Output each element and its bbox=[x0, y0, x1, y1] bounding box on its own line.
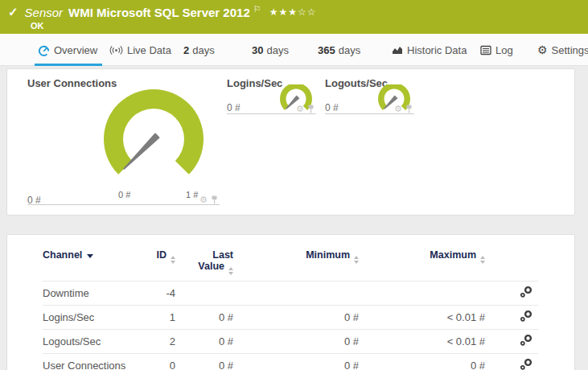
gauge-needle bbox=[124, 134, 158, 169]
sort-arrows-icon bbox=[480, 256, 485, 264]
tab-365-days-label: days bbox=[339, 44, 360, 56]
pin-icon[interactable] bbox=[405, 105, 413, 113]
sort-caret-icon bbox=[87, 254, 93, 258]
tab-overview-label: Overview bbox=[54, 44, 97, 56]
channel-last-value bbox=[175, 282, 233, 306]
tab-historic-data[interactable]: Historic Data bbox=[392, 34, 467, 66]
priority-stars[interactable]: ★★★☆☆ bbox=[269, 6, 317, 18]
sort-arrows-icon bbox=[228, 267, 233, 275]
channel-table-panel: Channel ID LastValue Minimum Maximum Dow… bbox=[6, 234, 575, 370]
sort-arrows-icon bbox=[354, 256, 359, 264]
column-header-last-value[interactable]: LastValue bbox=[175, 246, 233, 282]
channel-maximum: < 0.01 # bbox=[359, 306, 485, 330]
tab-settings[interactable]: ⚙ Settings bbox=[537, 34, 588, 66]
channel-id: 1 bbox=[139, 306, 175, 330]
channel-maximum bbox=[359, 282, 485, 306]
tab-log-label: Log bbox=[495, 44, 513, 56]
gear-icon: ⚙ bbox=[537, 44, 548, 56]
sensor-status-bar: ✓ Sensor WMI Microsoft SQL Server 2012 ⚐… bbox=[0, 0, 588, 34]
channel-settings-cell[interactable] bbox=[485, 330, 538, 354]
widget-gear-icon[interactable]: ⚙ bbox=[394, 105, 402, 113]
tab-30-days-label: days bbox=[266, 44, 288, 56]
gauges-panel: User Connections 0 # 1 # 0 # ⚙ Logins/Se… bbox=[6, 68, 575, 216]
tab-365-days-number: 365 bbox=[318, 44, 335, 56]
channel-name[interactable]: Logins/Sec bbox=[43, 306, 139, 330]
channel-settings-gears-icon[interactable] bbox=[519, 310, 533, 323]
log-list-icon bbox=[480, 45, 491, 56]
channel-settings-gears-icon[interactable] bbox=[519, 334, 533, 347]
column-header-channel[interactable]: Channel bbox=[43, 246, 139, 282]
channel-last-value: 0 # bbox=[175, 306, 233, 330]
broadcast-icon bbox=[109, 45, 123, 56]
sensor-title: WMI Microsoft SQL Server 2012 bbox=[68, 6, 250, 19]
channel-name[interactable]: Logouts/Sec bbox=[43, 330, 139, 354]
column-header-id[interactable]: ID bbox=[139, 246, 175, 282]
tab-overview[interactable]: Overview bbox=[38, 34, 97, 66]
gauge-icon bbox=[38, 44, 50, 56]
status-check-icon: ✓ bbox=[8, 5, 19, 19]
table-row[interactable]: Logouts/Sec 2 0 # 0 # < 0.01 # bbox=[43, 330, 538, 354]
stars-filled[interactable]: ★★★ bbox=[269, 6, 298, 18]
table-row[interactable]: User Connections 0 0 # 0 # 0 # bbox=[43, 354, 538, 370]
column-header-maximum[interactable]: Maximum bbox=[359, 246, 485, 282]
channel-settings-gears-icon[interactable] bbox=[519, 358, 533, 370]
pin-icon[interactable] bbox=[307, 105, 315, 113]
channel-settings-cell[interactable] bbox=[485, 306, 538, 330]
tab-log[interactable]: Log bbox=[480, 34, 513, 66]
channel-id: 0 bbox=[139, 354, 175, 370]
channel-minimum bbox=[233, 282, 359, 306]
tab-2-days[interactable]: 2 days bbox=[183, 34, 215, 66]
widget-gear-icon[interactable]: ⚙ bbox=[296, 105, 304, 113]
tab-365-days[interactable]: 365 days bbox=[318, 34, 360, 66]
channel-settings-cell[interactable] bbox=[485, 282, 538, 306]
flag-icon[interactable]: ⚐ bbox=[253, 4, 261, 14]
column-header-minimum[interactable]: Minimum bbox=[233, 246, 359, 282]
gauge-scale-max: 1 # bbox=[186, 190, 198, 199]
tab-settings-label: Settings bbox=[552, 44, 588, 56]
tab-30-days-number: 30 bbox=[252, 44, 263, 56]
stars-empty[interactable]: ☆☆ bbox=[298, 6, 317, 18]
tab-2-days-number: 2 bbox=[183, 44, 189, 56]
channel-minimum: 0 # bbox=[233, 306, 359, 330]
tab-30-days[interactable]: 30 days bbox=[252, 34, 289, 66]
channel-id: 2 bbox=[139, 330, 175, 354]
channel-last-value: 0 # bbox=[175, 354, 233, 370]
channel-table: Channel ID LastValue Minimum Maximum Dow… bbox=[43, 246, 538, 370]
pin-icon[interactable] bbox=[211, 195, 218, 204]
table-row[interactable]: Logins/Sec 1 0 # 0 # < 0.01 # bbox=[43, 306, 538, 330]
area-chart-icon bbox=[392, 45, 403, 55]
channel-last-value: 0 # bbox=[175, 330, 233, 354]
gauge-title-logins: Logins/Sec bbox=[227, 77, 282, 89]
logouts-value: 0 # bbox=[325, 102, 339, 113]
gauge-scale-min: 0 # bbox=[118, 190, 130, 199]
sort-arrows-icon bbox=[171, 256, 175, 264]
sensor-kind-label: Sensor bbox=[25, 6, 64, 19]
table-row[interactable]: Downtime -4 bbox=[43, 282, 538, 306]
tab-2-days-label: days bbox=[192, 44, 214, 56]
tab-bar: Overview Live Data 2 days 30 days 365 da… bbox=[0, 34, 588, 66]
user-connections-gauge bbox=[102, 88, 207, 186]
channel-maximum: < 0.01 # bbox=[359, 330, 485, 354]
tab-live-data[interactable]: Live Data bbox=[109, 34, 171, 66]
channel-maximum: 0 # bbox=[359, 354, 485, 370]
channel-settings-gears-icon[interactable] bbox=[519, 286, 533, 298]
widget-gear-icon[interactable]: ⚙ bbox=[199, 195, 208, 204]
channel-id: -4 bbox=[139, 282, 175, 306]
channel-minimum: 0 # bbox=[233, 330, 359, 354]
tab-live-data-label: Live Data bbox=[127, 44, 171, 56]
logins-value: 0 # bbox=[227, 102, 241, 113]
column-header-actions bbox=[485, 246, 538, 282]
channel-settings-cell[interactable] bbox=[485, 354, 538, 370]
channel-minimum: 0 # bbox=[233, 354, 359, 370]
channel-name[interactable]: Downtime bbox=[43, 282, 139, 306]
channel-name[interactable]: User Connections bbox=[43, 354, 139, 370]
tab-historic-data-label: Historic Data bbox=[407, 44, 467, 56]
status-badge: OK bbox=[31, 21, 44, 31]
